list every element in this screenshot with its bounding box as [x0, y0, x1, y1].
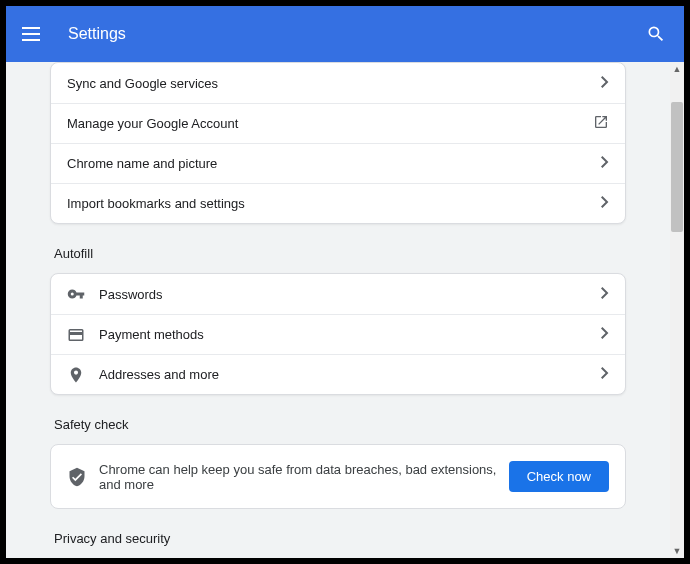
key-icon — [67, 285, 99, 303]
shield-check-icon — [67, 467, 99, 487]
scrollbar-thumb[interactable] — [671, 102, 683, 232]
privacy-section-title: Privacy and security — [54, 531, 626, 546]
row-label: Payment methods — [99, 327, 601, 342]
external-link-icon — [593, 114, 609, 133]
chrome-name-row[interactable]: Chrome name and picture — [51, 143, 625, 183]
page-title: Settings — [68, 25, 644, 43]
chevron-right-icon — [601, 76, 609, 91]
import-bookmarks-row[interactable]: Import bookmarks and settings — [51, 183, 625, 223]
chevron-right-icon — [601, 327, 609, 342]
passwords-row[interactable]: Passwords — [51, 274, 625, 314]
check-now-button[interactable]: Check now — [509, 461, 609, 492]
row-label: Manage your Google Account — [67, 116, 593, 131]
chevron-right-icon — [601, 196, 609, 211]
search-icon[interactable] — [644, 22, 668, 46]
autofill-section-title: Autofill — [54, 246, 626, 261]
row-label: Import bookmarks and settings — [67, 196, 601, 211]
row-label: Addresses and more — [99, 367, 601, 382]
chevron-right-icon — [601, 287, 609, 302]
payment-methods-row[interactable]: Payment methods — [51, 314, 625, 354]
addresses-row[interactable]: Addresses and more — [51, 354, 625, 394]
main-content: Sync and Google services Manage your Goo… — [6, 62, 670, 558]
row-label: Passwords — [99, 287, 601, 302]
safety-message: Chrome can help keep you safe from data … — [99, 462, 509, 492]
safety-check-card: Chrome can help keep you safe from data … — [50, 444, 626, 509]
manage-account-row[interactable]: Manage your Google Account — [51, 103, 625, 143]
scroll-down-arrow[interactable]: ▼ — [670, 544, 684, 558]
row-label: Chrome name and picture — [67, 156, 601, 171]
account-card: Sync and Google services Manage your Goo… — [50, 62, 626, 224]
menu-icon[interactable] — [22, 22, 46, 46]
chevron-right-icon — [601, 156, 609, 171]
scrollbar[interactable]: ▲ ▼ — [670, 62, 684, 558]
sync-services-row[interactable]: Sync and Google services — [51, 63, 625, 103]
safety-check-title: Safety check — [54, 417, 626, 432]
autofill-card: Passwords Payment methods Addresses and … — [50, 273, 626, 395]
credit-card-icon — [67, 326, 99, 344]
scroll-up-arrow[interactable]: ▲ — [670, 62, 684, 76]
row-label: Sync and Google services — [67, 76, 601, 91]
header-bar: Settings — [6, 6, 684, 62]
location-icon — [67, 366, 99, 384]
chevron-right-icon — [601, 367, 609, 382]
